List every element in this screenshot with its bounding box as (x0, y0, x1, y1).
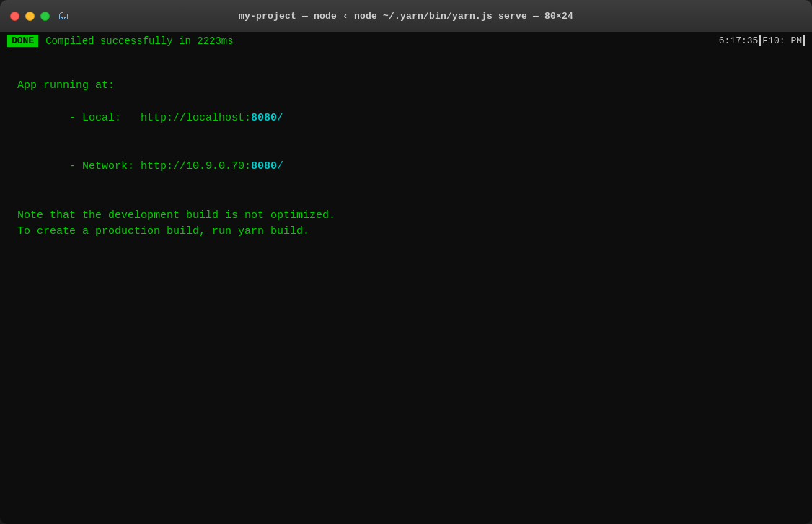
create-build-line: To create a production build, run yarn b… (17, 224, 795, 240)
folder-icon: 🗂 (57, 9, 70, 22)
window-title: my-project — node ‹ node ~/.yarn/bin/yar… (239, 11, 573, 22)
traffic-lights (10, 12, 50, 21)
status-f10: F10: PM (759, 35, 805, 46)
network-port: 8080 (251, 160, 277, 173)
titlebar: 🗂 my-project — node ‹ node ~/.yarn/bin/y… (0, 0, 812, 32)
minimize-button[interactable] (25, 12, 35, 21)
note-line: Note that the development build is not o… (17, 208, 795, 224)
local-port: 8080 (251, 112, 277, 124)
network-url-line: - Network: http://10.9.0.70:8080/ (17, 143, 795, 192)
status-time: 6:17:35 (719, 35, 759, 46)
terminal-window: 🗂 my-project — node ‹ node ~/.yarn/bin/y… (0, 0, 812, 524)
network-prefix: - Network: http://10.9.0.70: (69, 160, 251, 173)
local-prefix: - Local: http://localhost: (69, 112, 251, 124)
app-running-line: App running at: (17, 78, 795, 95)
status-left: DONE Compiled successfully in 2223ms (7, 35, 234, 47)
local-url-line: - Local: http://localhost:8080/ (17, 94, 795, 143)
done-badge: DONE (7, 35, 38, 47)
close-button[interactable] (10, 12, 19, 21)
compiled-message: Compiled successfully in 2223ms (45, 35, 233, 47)
local-suffix: / (277, 112, 283, 124)
network-suffix: / (277, 160, 283, 173)
empty-line-1 (17, 61, 795, 78)
terminal-content[interactable]: App running at: - Local: http://localhos… (0, 50, 812, 524)
maximize-button[interactable] (40, 12, 50, 21)
status-bar: DONE Compiled successfully in 2223ms 6:1… (0, 32, 812, 50)
empty-line-2 (17, 191, 795, 208)
status-right: 6:17:35 F10: PM (719, 35, 805, 46)
terminal-body[interactable]: DONE Compiled successfully in 2223ms 6:1… (0, 32, 812, 524)
